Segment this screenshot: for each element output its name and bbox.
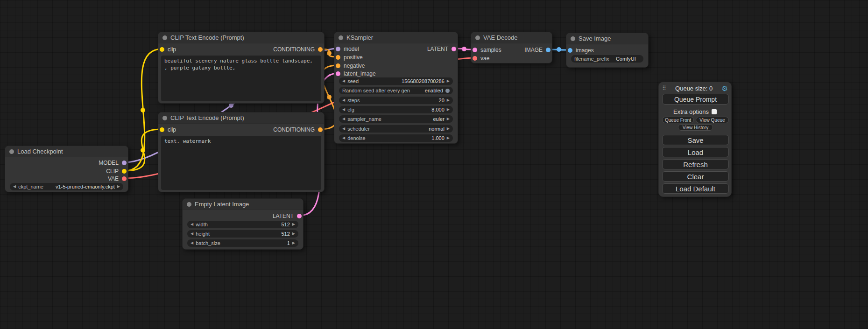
conditioning-output-port[interactable] — [318, 127, 323, 132]
node-empty-latent-image[interactable]: Empty Latent Image LATENT ◀ width 512 ▶ … — [182, 198, 303, 250]
vae-output-port[interactable] — [122, 176, 127, 181]
node-save-image[interactable]: Save Image images filename_prefix ComfyU… — [566, 33, 649, 68]
node-vae-decode[interactable]: VAE Decode samples IMAGE vae — [471, 32, 552, 63]
node-title-bar[interactable]: CLIP Text Encode (Prompt) — [158, 112, 324, 124]
image-output-port[interactable] — [546, 48, 550, 52]
collapse-dot[interactable] — [162, 35, 167, 40]
extra-options-label: Extra options — [673, 108, 709, 115]
drag-handle[interactable]: ⠿ — [662, 85, 666, 91]
queue-front-button[interactable]: Queue Front — [662, 117, 694, 123]
model-input-port[interactable] — [336, 47, 340, 51]
increment-arrow-icon[interactable]: ▶ — [447, 136, 450, 140]
node-title-bar[interactable]: Save Image — [566, 33, 648, 44]
input-slot-images: images — [571, 46, 643, 55]
widget-height[interactable]: ◀ height 512 ▶ — [187, 230, 298, 238]
output-slot-latent: LATENT — [187, 212, 298, 220]
load-button[interactable]: Load — [662, 147, 729, 157]
vae-input-port[interactable] — [473, 56, 477, 61]
node-ksampler[interactable]: KSampler model LATENT positive negative … — [334, 32, 458, 144]
increment-arrow-icon[interactable]: ▶ — [447, 127, 450, 131]
decrement-arrow-icon[interactable]: ◀ — [342, 117, 345, 121]
collapse-dot[interactable] — [339, 35, 343, 40]
clip-input-port[interactable] — [160, 127, 164, 132]
conditioning-output-port[interactable] — [318, 47, 323, 52]
widget-width[interactable]: ◀ width 512 ▶ — [187, 221, 298, 228]
node-clip-text-encode-positive[interactable]: CLIP Text Encode (Prompt) clip CONDITION… — [158, 32, 325, 104]
widget-batch-size[interactable]: ◀ batch_size 1 ▶ — [187, 239, 298, 247]
model-output-port[interactable] — [122, 161, 127, 165]
decrement-arrow-icon[interactable]: ◀ — [191, 241, 193, 245]
increment-arrow-icon[interactable]: ▶ — [447, 79, 450, 83]
save-button[interactable]: Save — [662, 135, 729, 145]
load-default-button[interactable]: Load Default — [662, 183, 729, 194]
collapse-dot[interactable] — [475, 35, 480, 40]
clip-output-port[interactable] — [122, 169, 127, 174]
decrement-arrow-icon[interactable]: ◀ — [13, 185, 16, 189]
clip-input-port[interactable] — [160, 47, 164, 52]
widget-cfg[interactable]: ◀ cfg 8.000 ▶ — [339, 106, 453, 113]
node-title-bar[interactable]: VAE Decode — [471, 32, 552, 43]
view-queue-button[interactable]: View Queue — [696, 117, 729, 123]
node-clip-text-encode-negative[interactable]: CLIP Text Encode (Prompt) clip CONDITION… — [158, 112, 325, 192]
extra-options-checkbox[interactable] — [712, 109, 717, 114]
positive-input-port[interactable] — [336, 55, 340, 60]
widget-filename-prefix[interactable]: filename_prefix ComfyUI — [571, 55, 643, 63]
refresh-button[interactable]: Refresh — [662, 159, 729, 169]
queue-menu-panel[interactable]: ⠿ Queue size: 0 ⚙ Queue Prompt Extra opt… — [658, 82, 732, 197]
decrement-arrow-icon[interactable]: ◀ — [342, 108, 345, 112]
increment-arrow-icon[interactable]: ▶ — [117, 185, 120, 189]
widget-name: scheduler — [347, 126, 370, 132]
node-title-bar[interactable]: CLIP Text Encode (Prompt) — [158, 32, 324, 43]
node-title-bar[interactable]: Empty Latent Image — [183, 199, 303, 210]
settings-gear-icon[interactable]: ⚙ — [722, 85, 728, 92]
increment-arrow-icon[interactable]: ▶ — [292, 232, 295, 236]
output-slot-model: MODEL — [10, 159, 123, 167]
widget-ckpt-name[interactable]: ◀ ckpt_name v1-5-pruned-emaonly.ckpt ▶ — [10, 183, 123, 190]
prompt-text-area[interactable]: text, watermark — [161, 136, 321, 190]
output-label-latent: LATENT — [273, 213, 294, 219]
decrement-arrow-icon[interactable]: ◀ — [342, 98, 345, 102]
decrement-arrow-icon[interactable]: ◀ — [342, 79, 345, 83]
output-label-clip: CLIP — [106, 168, 119, 175]
prompt-text-area[interactable]: beautiful scenery nature glass bottle la… — [161, 56, 321, 101]
clear-button[interactable]: Clear — [662, 171, 729, 182]
decrement-arrow-icon[interactable]: ◀ — [342, 127, 345, 131]
link-clip-positive — [125, 49, 162, 171]
node-graph-canvas[interactable]: Load Checkpoint MODEL CLIP VAE ◀ ckpt_na… — [0, 0, 868, 329]
collapse-dot[interactable] — [9, 149, 14, 154]
images-input-port[interactable] — [568, 48, 572, 53]
toggle-indicator[interactable] — [445, 89, 450, 93]
increment-arrow-icon[interactable]: ▶ — [447, 117, 450, 121]
widget-sampler-name[interactable]: ◀ sampler_name euler ▶ — [339, 115, 453, 123]
latent-output-port[interactable] — [452, 47, 456, 51]
collapse-dot[interactable] — [162, 116, 167, 120]
input-slot-vae: vae — [476, 54, 547, 63]
latent-image-input-port[interactable] — [336, 71, 340, 76]
widget-random-seed-toggle[interactable]: Random seed after every gen enabled — [339, 87, 453, 94]
increment-arrow-icon[interactable]: ▶ — [447, 108, 450, 112]
node-load-checkpoint[interactable]: Load Checkpoint MODEL CLIP VAE ◀ ckpt_na… — [5, 146, 128, 192]
widget-seed[interactable]: ◀ seed 156680208700286 ▶ — [339, 77, 453, 85]
node-title-bar[interactable]: KSampler — [334, 32, 458, 43]
widget-denoise[interactable]: ◀ denoise 1.000 ▶ — [339, 134, 453, 142]
widget-scheduler[interactable]: ◀ scheduler normal ▶ — [339, 125, 453, 133]
view-history-button[interactable]: View History — [678, 124, 713, 131]
decrement-arrow-icon[interactable]: ◀ — [191, 223, 193, 226]
widget-steps[interactable]: ◀ steps 20 ▶ — [339, 97, 453, 104]
slot-row: clip CONDITIONING — [163, 126, 319, 134]
decrement-arrow-icon[interactable]: ◀ — [191, 232, 193, 236]
collapse-dot[interactable] — [187, 202, 191, 207]
output-label-conditioning: CONDITIONING — [273, 46, 315, 53]
node-title: CLIP Text Encode (Prompt) — [170, 34, 244, 41]
collapse-dot[interactable] — [571, 36, 575, 41]
increment-arrow-icon[interactable]: ▶ — [292, 241, 295, 245]
latent-output-port[interactable] — [297, 214, 302, 218]
decrement-arrow-icon[interactable]: ◀ — [342, 136, 345, 140]
link-clip-negative — [125, 129, 162, 171]
samples-input-port[interactable] — [473, 48, 477, 52]
increment-arrow-icon[interactable]: ▶ — [292, 223, 295, 226]
queue-prompt-button[interactable]: Queue Prompt — [662, 94, 729, 105]
negative-input-port[interactable] — [336, 63, 340, 68]
node-title-bar[interactable]: Load Checkpoint — [5, 146, 128, 157]
increment-arrow-icon[interactable]: ▶ — [447, 98, 450, 102]
